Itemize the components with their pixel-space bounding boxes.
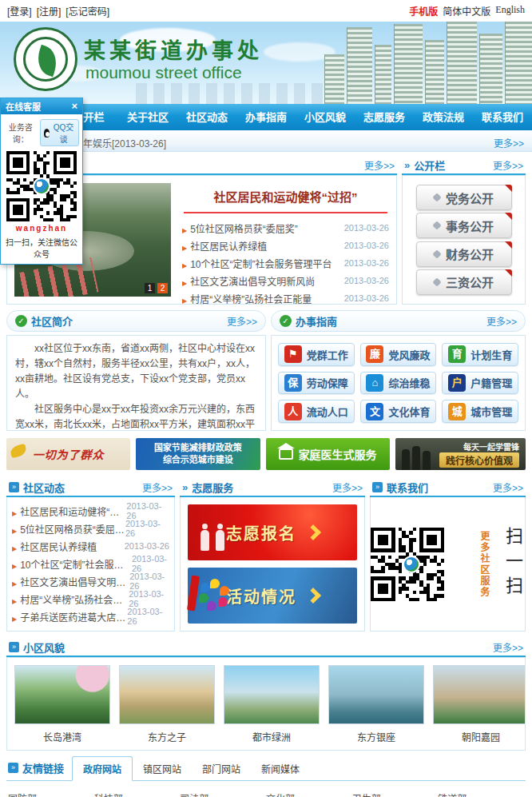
ad-banner-for-the-people[interactable]: 一切为了群众 <box>6 438 130 470</box>
dynamics-item-link[interactable]: ▶10个社区“定制”社会服务管理平台 <box>12 557 132 571</box>
chevron-right-icon <box>305 588 321 604</box>
news-date: 2013-03-26 <box>344 223 389 233</box>
nav-item-estates[interactable]: 小区风貌 <box>296 104 355 130</box>
estate-card[interactable]: 东方银座 <box>328 665 424 743</box>
estate-card[interactable]: 都市绿洲 <box>224 665 320 743</box>
bullet-icon: ▶ <box>12 616 17 623</box>
estate-caption[interactable]: 朝阳嘉园 <box>433 724 526 743</box>
ad-banner-lei-feng[interactable]: 每天一起学雷锋 践行核心价值观 <box>395 438 526 470</box>
news-list-area: 社区居民和运动健将“过招” ▶5位社区网格员获“委屈奖” 2013-03-26 … <box>182 183 389 297</box>
dynamics-item-link[interactable]: ▶社区居民认养绿植 <box>12 540 97 553</box>
footer-tab-government[interactable]: 政府网站 <box>72 756 133 781</box>
guide-grid: ⚑党群工作 廉党风廉政 育计划生育 保劳动保障 ⌂综治维稳 户户籍管理 人流动人… <box>271 335 526 431</box>
footer-link[interactable]: 科技部 <box>94 791 181 797</box>
estate-card[interactable]: 朝阳嘉园 <box>433 665 526 743</box>
banner-graphic <box>187 576 200 612</box>
guide-section: ✓ 办事指南 更多>> ⚑党群工作 廉党风廉政 育计划生育 保劳动保障 ⌂综治维… <box>271 310 526 431</box>
bullet-icon: ▶ <box>182 262 187 269</box>
news-list: ▶5位社区网格员获“委屈奖” 2013-03-26 ▶社区居民认养绿植 2013… <box>182 219 389 307</box>
login-link[interactable]: [登录] <box>7 4 32 18</box>
guide-button-city-management[interactable]: 城城市管理 <box>442 400 518 423</box>
three-assets-button[interactable]: 三资公开 <box>416 269 512 295</box>
forgot-password-link[interactable]: [忘记密码] <box>66 4 109 18</box>
ad-banner-energy-policy[interactable]: 国家节能减排财政政策 综合示范城市建设 <box>136 438 260 470</box>
nav-item-about[interactable]: 关于社区 <box>118 104 177 130</box>
guide-button-culture-sports[interactable]: 文文化体育 <box>360 400 437 423</box>
guide-more-link[interactable]: 更多>> <box>486 314 517 328</box>
nav-item-volunteer[interactable]: 志愿服务 <box>355 104 414 130</box>
ticker-headline-link[interactable]: 老年娱乐[2013-03-26] <box>73 136 166 149</box>
register-link[interactable]: [注册] <box>37 4 62 18</box>
guide-button-clean-governance[interactable]: 廉党风廉政 <box>360 343 437 366</box>
close-icon[interactable]: × <box>71 98 77 114</box>
public-affairs-button[interactable]: 事务公开 <box>416 213 512 238</box>
dynamics-row: ▶社区文艺演出倡导文明新风尚 2013-03-26 <box>12 572 169 590</box>
dynamics-more-link[interactable]: 更多>> <box>142 480 173 494</box>
footer-link[interactable]: 国防部 <box>8 791 94 797</box>
guide-button-population[interactable]: 人流动人口 <box>278 400 355 423</box>
footer-link[interactable]: 文化部 <box>266 791 352 797</box>
estates-more-link[interactable]: 更多>> <box>493 640 523 654</box>
footer-link[interactable]: 铁道部 <box>438 791 524 797</box>
estate-caption[interactable]: 东方银座 <box>328 724 424 743</box>
party-affairs-button[interactable]: 党务公开 <box>416 185 512 210</box>
dynamics-item-link[interactable]: ▶社区居民和运动健将“过招” <box>12 504 126 518</box>
estate-card[interactable]: 长岛港湾 <box>14 665 110 743</box>
guide-button-household[interactable]: 户户籍管理 <box>442 372 518 395</box>
notice-more-link[interactable]: 更多>> <box>493 158 523 172</box>
site-logo[interactable] <box>14 27 77 91</box>
contact-box: 更多社区服务 扫一扫 <box>370 497 526 632</box>
nav-item-guide[interactable]: 办事指南 <box>236 104 296 130</box>
dynamics-item-link[interactable]: ▶社区文艺演出倡导文明新风尚 <box>12 575 129 588</box>
footer-tab-media[interactable]: 新闻媒体 <box>251 757 310 780</box>
estate-caption[interactable]: 长岛港湾 <box>14 724 110 743</box>
bullet-icon: ▶ <box>182 297 187 305</box>
ticker-more-link[interactable]: 更多>> <box>494 136 524 149</box>
bullet-icon: ▶ <box>12 598 17 605</box>
footer-tab-town[interactable]: 镇区网站 <box>133 757 192 780</box>
guide-button-labor-security[interactable]: 保劳动保障 <box>278 372 355 395</box>
news-item-link[interactable]: ▶10个社区“定制”社会服务管理平台 <box>182 257 332 270</box>
nav-item-contact[interactable]: 联系我们 <box>473 104 532 130</box>
intro-more-link[interactable]: 更多>> <box>227 314 257 328</box>
section-square-icon: » <box>9 642 19 652</box>
activity-status-banner[interactable]: 活动情况 <box>188 568 357 624</box>
finance-affairs-button[interactable]: 财务公开 <box>416 241 512 267</box>
english-link[interactable]: English <box>495 4 525 18</box>
dynamics-item-link[interactable]: ▶村居“义举榜”弘扬社会正能量 <box>12 592 129 606</box>
footer-link[interactable]: 司法部 <box>180 791 266 797</box>
soldier-silhouette-icon <box>423 451 431 470</box>
news-item-link[interactable]: ▶社区居民认养绿植 <box>182 239 267 253</box>
qq-chat-button[interactable]: QQ交谈 <box>40 119 79 146</box>
estate-caption[interactable]: 都市绿洲 <box>224 724 320 743</box>
guide-button-party-work[interactable]: ⚑党群工作 <box>278 343 355 366</box>
contact-more-link[interactable]: 更多>> <box>493 480 523 494</box>
guide-button-stability[interactable]: ⌂综治维稳 <box>360 372 437 395</box>
news-headline-link[interactable]: 社区居民和运动健将“过招” <box>182 188 389 205</box>
qr-side-text: 更多社区服务 <box>478 531 491 598</box>
nav-item-dynamics[interactable]: 社区动态 <box>177 104 236 130</box>
footer-tab-department[interactable]: 部门网站 <box>192 757 251 780</box>
news-item-link[interactable]: ▶5位社区网格员获“委屈奖” <box>182 221 298 235</box>
nav-item-policy[interactable]: 政策法规 <box>414 104 473 130</box>
dynamics-row: ▶社区居民认养绿植 2013-03-26 <box>12 537 169 555</box>
news-item-link[interactable]: ▶村居“义举榜”弘扬社会正能量 <box>182 292 312 305</box>
simplified-chinese-link[interactable]: 简体中文版 <box>443 4 490 18</box>
dynamics-item-link[interactable]: ▶5位社区网格员获“委屈奖” <box>12 522 125 536</box>
volunteer-more-link[interactable]: 更多>> <box>332 480 363 494</box>
estate-caption[interactable]: 东方之子 <box>119 724 215 743</box>
slider-page-1[interactable]: 1 <box>145 283 155 293</box>
volunteer-signup-banner[interactable]: 志愿报名 <box>188 504 357 560</box>
news-item-link[interactable]: ▶社区文艺演出倡导文明新风尚 <box>182 274 315 288</box>
news-more-link[interactable]: 更多>> <box>364 158 395 172</box>
footer-link[interactable]: 卫生部 <box>352 791 439 797</box>
slider-page-2[interactable]: 2 <box>157 283 168 293</box>
dynamics-item-link[interactable]: ▶子弟兵送医药进葛大店社区 <box>12 610 127 624</box>
ad-banner-family-doctor[interactable]: 家庭医生式服务 <box>266 438 390 470</box>
chat-panel-body: 业务咨询： QQ交谈 wangzhan 扫一扫，关注微信公众号 <box>1 114 82 264</box>
guide-button-family-planning[interactable]: 育计划生育 <box>442 343 518 366</box>
volunteer-header: » 志愿服务 更多>> <box>180 478 365 497</box>
qr-caption: wangzhan <box>4 224 79 233</box>
estate-card[interactable]: 东方之子 <box>119 665 215 743</box>
mobile-version-link[interactable]: 手机版 <box>409 4 438 18</box>
